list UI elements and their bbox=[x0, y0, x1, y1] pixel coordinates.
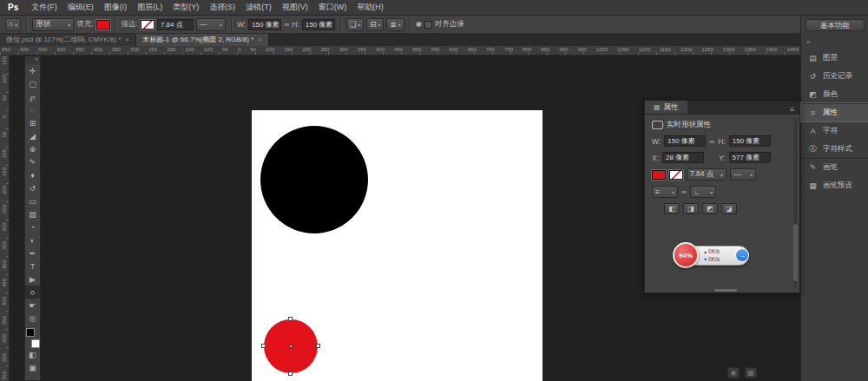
lasso-tool[interactable]: ℘ bbox=[25, 90, 40, 103]
rectangular-marquee-tool[interactable]: ▢ bbox=[25, 77, 40, 90]
menu-item[interactable]: 图像(I) bbox=[99, 0, 133, 15]
document-tab[interactable]: 未标题-1 @ 66.7%(椭圆 2, RGB/8) * × bbox=[136, 34, 269, 46]
clone-stamp-tool[interactable]: ♦ bbox=[25, 168, 40, 181]
path-operation-button[interactable]: ◧ bbox=[664, 203, 680, 214]
tool-preset-button[interactable]: ○ ▾ bbox=[5, 18, 21, 31]
percent-badge[interactable]: 94% bbox=[673, 242, 699, 268]
menu-item[interactable]: 滤镜(T) bbox=[240, 0, 277, 15]
anchor-handle-top[interactable] bbox=[288, 317, 293, 321]
tray-icon[interactable]: ◉ bbox=[727, 367, 740, 378]
shape-height-field[interactable]: 150 像素 bbox=[302, 19, 335, 30]
zoom-tool[interactable]: ◎ bbox=[25, 312, 40, 325]
tool-mode-select[interactable]: 形状 ▾ bbox=[32, 18, 74, 31]
gradient-tool[interactable]: ▨ bbox=[25, 207, 40, 220]
panel-scrollbar[interactable] bbox=[793, 118, 798, 288]
tab-properties[interactable]: ▦ 属性 bbox=[645, 101, 687, 114]
path-selection-tool[interactable]: ▶ bbox=[25, 273, 40, 286]
close-icon[interactable]: × bbox=[125, 34, 129, 46]
menu-item[interactable]: 类型(Y) bbox=[168, 0, 204, 15]
stroke-cap-select[interactable]: ∟ ▾ bbox=[690, 186, 716, 198]
foreground-color-swatch[interactable] bbox=[26, 328, 35, 337]
dock-item-properties[interactable]: ≡ 属性 bbox=[801, 103, 868, 122]
stroke-width-field[interactable]: 7.84 点 bbox=[157, 19, 194, 30]
settings-gear-icon[interactable]: ✽ bbox=[416, 20, 422, 29]
red-ellipse-shape[interactable] bbox=[264, 319, 318, 373]
panel-horizontal-scrollbar[interactable] bbox=[714, 289, 737, 292]
quick-selection-tool[interactable]: ◌ bbox=[25, 103, 40, 116]
scrollbar-thumb[interactable] bbox=[793, 224, 798, 282]
history-brush-tool[interactable]: ↺ bbox=[25, 181, 40, 194]
hand-tool[interactable]: ☛ bbox=[25, 299, 40, 312]
link-dimensions-icon[interactable]: ∞ bbox=[284, 20, 289, 29]
path-arrange-button[interactable]: ≣ ▾ bbox=[386, 18, 404, 31]
pen-tool[interactable]: ✒ bbox=[25, 246, 40, 259]
eraser-tool[interactable]: ▭ bbox=[25, 194, 40, 207]
anchor-handle-right[interactable] bbox=[316, 344, 320, 348]
fill-color-swatch[interactable] bbox=[652, 170, 666, 180]
background-color-swatch[interactable] bbox=[31, 339, 40, 348]
align-edges-checkbox[interactable] bbox=[424, 21, 432, 29]
close-icon[interactable]: × bbox=[258, 34, 262, 46]
path-operation-button[interactable]: ◨ bbox=[683, 203, 699, 214]
x-field[interactable]: 28 像素 bbox=[662, 152, 704, 163]
dock-item-character[interactable]: A 字符 bbox=[801, 122, 868, 140]
ellipse-tool[interactable]: ○ bbox=[25, 286, 40, 299]
horizontal-ruler[interactable]: 6506005505004504003503002502001501005005… bbox=[0, 46, 800, 56]
path-operation-button[interactable]: ◩ bbox=[702, 203, 718, 214]
menu-item[interactable]: 文件(F) bbox=[26, 0, 62, 15]
type-tool[interactable]: T bbox=[25, 259, 40, 273]
spot-healing-brush-tool[interactable]: ⊕ bbox=[25, 142, 40, 155]
panel-menu-icon[interactable]: ≡ bbox=[785, 105, 799, 114]
dock-item-layers[interactable]: ▤ 图层 bbox=[801, 49, 868, 67]
launch-button[interactable]: → bbox=[735, 248, 749, 262]
collapse-dock-icon[interactable]: « bbox=[806, 38, 810, 46]
shape-width-field[interactable]: 150 像素 bbox=[248, 19, 281, 30]
blur-tool[interactable]: ◔ bbox=[25, 220, 40, 233]
stroke-align-select[interactable]: ≡ ▾ bbox=[652, 186, 678, 198]
y-field[interactable]: 577 像素 bbox=[729, 152, 771, 163]
anchor-handle-bottom[interactable] bbox=[288, 371, 293, 376]
link-dimensions-icon[interactable]: ∞ bbox=[709, 137, 714, 146]
dock-item-history[interactable]: ↺ 历史记录 bbox=[801, 67, 868, 85]
dock-item-brush[interactable]: ✎ 画笔 bbox=[801, 158, 868, 176]
vertical-ruler[interactable]: 1501005005010015020025030035040045050055… bbox=[0, 56, 10, 381]
fill-color-swatch[interactable] bbox=[96, 20, 110, 30]
dock-item-color[interactable]: ◩ 颜色 bbox=[801, 85, 868, 103]
menu-item[interactable]: 帮助(H) bbox=[352, 0, 389, 15]
stroke-style-select[interactable]: — ▾ bbox=[730, 168, 756, 181]
stroke-width-select[interactable]: 7.84 点 ▾ bbox=[687, 168, 727, 181]
width-field[interactable]: 150 像素 bbox=[664, 135, 706, 147]
menu-item[interactable]: 编辑(E) bbox=[62, 0, 99, 15]
dodge-tool[interactable]: ◐ bbox=[25, 233, 40, 246]
dock-item-brush-presets[interactable]: ▦ 画笔预设 bbox=[801, 176, 868, 194]
document-canvas[interactable] bbox=[252, 110, 542, 381]
path-operations-button[interactable]: ❏ ▾ bbox=[346, 18, 365, 31]
menu-item[interactable]: 选择(S) bbox=[204, 0, 240, 15]
dock-item-character-styles[interactable]: Ⓐ 字符样式 bbox=[801, 140, 868, 158]
stroke-style-select[interactable]: — ▾ bbox=[196, 18, 226, 31]
path-alignment-button[interactable]: ⊟ ▾ bbox=[366, 18, 384, 31]
screen-mode-button[interactable]: ▣ bbox=[25, 361, 40, 374]
height-field[interactable]: 150 像素 bbox=[729, 135, 771, 147]
workspace-switcher-button[interactable]: 基本功能 bbox=[806, 19, 865, 31]
properties-panel-tabs: ▦ 属性 ≡ bbox=[644, 101, 800, 114]
link-icon[interactable]: ∞ bbox=[681, 187, 687, 196]
brush-tool[interactable]: ✎ bbox=[25, 155, 40, 168]
black-ellipse-shape[interactable] bbox=[260, 126, 368, 233]
quick-mask-button[interactable]: ◧ bbox=[25, 348, 40, 361]
move-tool[interactable]: ✛ bbox=[25, 64, 40, 77]
crop-tool[interactable]: ⊞ bbox=[25, 116, 40, 129]
collapse-tools-icon[interactable]: » bbox=[25, 56, 40, 64]
path-operation-button[interactable]: ◪ bbox=[721, 203, 737, 214]
menu-item[interactable]: 视图(V) bbox=[277, 0, 313, 15]
menu-item[interactable]: 窗口(W) bbox=[313, 0, 352, 15]
ruler-number: 150 bbox=[284, 46, 293, 55]
tray-icon[interactable]: ▦ bbox=[745, 367, 757, 378]
stroke-color-swatch[interactable] bbox=[141, 20, 155, 30]
menu-item[interactable]: 图层(L) bbox=[132, 0, 168, 15]
document-tab[interactable]: 微信.psd @ 117%(二维码, CMYK/8) * × bbox=[0, 34, 136, 46]
tool-icon: ◎ bbox=[30, 314, 36, 323]
eyedropper-tool[interactable]: ◢ bbox=[25, 129, 40, 142]
anchor-handle-left[interactable] bbox=[261, 344, 266, 348]
stroke-color-swatch[interactable] bbox=[669, 170, 683, 180]
